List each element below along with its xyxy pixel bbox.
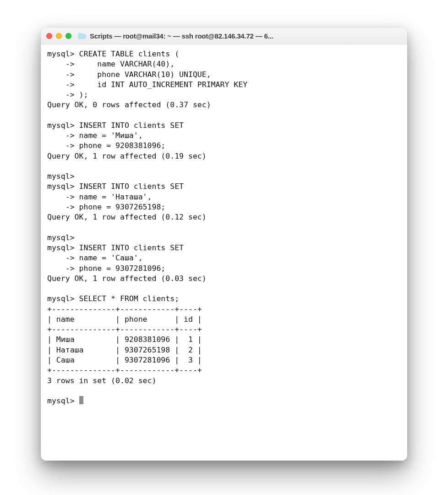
maximize-window-button[interactable] — [66, 33, 71, 39]
traffic-lights — [46, 33, 71, 39]
close-window-button[interactable] — [46, 33, 52, 39]
terminal-cursor — [79, 396, 83, 404]
window-title: Scripts — root@mail34: ~ — ssh root@82.1… — [90, 32, 402, 40]
terminal-window: Scripts — root@mail34: ~ — ssh root@82.1… — [41, 28, 407, 461]
terminal-output[interactable]: mysql> CREATE TABLE clients ( -> name VA… — [41, 44, 407, 461]
window-titlebar: Scripts — root@mail34: ~ — ssh root@82.1… — [41, 28, 407, 44]
minimize-window-button[interactable] — [56, 33, 62, 39]
folder-icon — [78, 33, 86, 39]
